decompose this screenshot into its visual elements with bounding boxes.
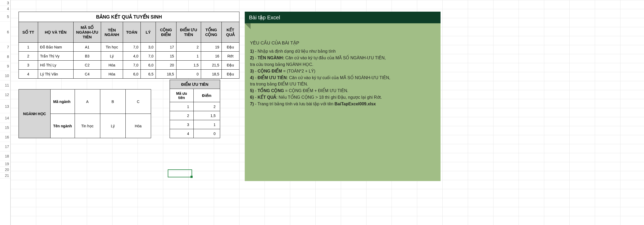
col-header[interactable]: MÃ SỐ NGÀNH-ƯU TIÊN	[74, 22, 101, 43]
cell[interactable]: 6,0	[123, 70, 140, 79]
row-label[interactable]: Mã ngành	[51, 89, 75, 114]
spreadsheet[interactable]: 3 4 5 6 7 8 9 10 11 12 13 14 15 16 17 18…	[0, 0, 644, 225]
row-header[interactable]: 12	[0, 90, 10, 100]
row-header[interactable]: 13	[0, 100, 10, 113]
cell[interactable]: 3	[170, 120, 193, 129]
row-header[interactable]: 16	[0, 132, 10, 142]
col-header[interactable]: HỌ VÀ TÊN	[38, 22, 74, 43]
row-header[interactable]: 20	[0, 167, 10, 173]
cell[interactable]: 0	[176, 70, 201, 79]
col-header[interactable]: ĐIỂM ƯU TIÊN	[176, 22, 201, 43]
cell[interactable]: 7,0	[123, 61, 140, 70]
row-header[interactable]: 8	[0, 52, 10, 61]
row-header[interactable]: 10	[0, 71, 10, 80]
table-row[interactable]: 3 Hồ Thị Ly C2 Hóa 7,0 6,0 20 1,5 21,5 Đ…	[19, 61, 239, 70]
table-row[interactable]: 2 Trần Thị Vy B3 Lý 4,0 7,0 15 1 16 Rớt	[19, 52, 239, 61]
col-header[interactable]: TOÁN	[123, 22, 140, 43]
col-header[interactable]: Điểm	[193, 89, 220, 102]
cell[interactable]: 2	[176, 43, 201, 52]
table-row[interactable]: 4 Lý Thị Vân C4 Hóa 6,0 6,5 18,5 0 18,5 …	[19, 70, 239, 79]
cell[interactable]: 4	[170, 129, 193, 138]
cell[interactable]: 16	[201, 52, 221, 61]
cell[interactable]: 2	[193, 102, 220, 111]
cell[interactable]: B	[100, 89, 125, 114]
cell[interactable]: Hóa	[101, 61, 123, 70]
cell[interactable]: 2	[19, 52, 38, 61]
uu-tien-table[interactable]: ĐIỂM ƯU TIÊN Mã ưu tiên Điểm 12 21,5 31 …	[170, 80, 220, 138]
row-header[interactable]: 7	[0, 42, 10, 52]
table-row[interactable]: 12	[170, 102, 220, 111]
col-header[interactable]: SỐ TT	[19, 22, 38, 43]
cell[interactable]: 1,5	[193, 111, 220, 120]
cell[interactable]: 1,5	[176, 61, 201, 70]
cell[interactable]: 6,0	[140, 61, 156, 70]
cell[interactable]: 3,0	[140, 43, 156, 52]
cell[interactable]: 4,0	[123, 52, 140, 61]
cell[interactable]: 4	[19, 70, 38, 79]
cell[interactable]: Hồ Thị Ly	[38, 61, 74, 70]
cell[interactable]: Đậu	[221, 70, 239, 79]
table-row[interactable]: 40	[170, 129, 220, 138]
cell[interactable]: Trần Thị Vy	[38, 52, 74, 61]
cell[interactable]: Hóa	[125, 114, 151, 138]
cell[interactable]: 21,5	[201, 61, 221, 70]
cell[interactable]: 1	[19, 43, 38, 52]
cell[interactable]: 19	[201, 43, 221, 52]
col-header[interactable]: CỘNG ĐIỂM	[156, 22, 176, 43]
col-header[interactable]: Mã ưu tiên	[170, 89, 193, 102]
cell[interactable]: B3	[74, 52, 101, 61]
cell[interactable]: Đậu	[221, 43, 239, 52]
cell[interactable]: 7,0	[123, 43, 140, 52]
cell[interactable]: 1	[170, 102, 193, 111]
grid-area[interactable]: BẢNG KẾT QUẢ TUYỂN SINH SỐ TT HỌ VÀ TÊN …	[11, 0, 644, 225]
row-header[interactable]: 19	[0, 161, 10, 167]
cell[interactable]: Hóa	[101, 70, 123, 79]
cell[interactable]: C	[125, 89, 151, 114]
col-header[interactable]: TÊN NGÀNH	[101, 22, 123, 43]
row-header[interactable]: 21	[0, 173, 10, 178]
cell[interactable]: C2	[74, 61, 101, 70]
row-header[interactable]: 4	[0, 6, 10, 12]
cell[interactable]: 0	[193, 129, 220, 138]
row-header[interactable]: 5	[0, 12, 10, 22]
cell[interactable]: Lý	[101, 52, 123, 61]
cell[interactable]: 20	[156, 61, 176, 70]
nganh-hoc-table[interactable]: NGÀNH HỌC Mã ngành A B C Tên ngành Tin h…	[19, 89, 151, 138]
cell[interactable]: Lý Thị Vân	[38, 70, 74, 79]
results-table[interactable]: BẢNG KẾT QUẢ TUYỂN SINH SỐ TT HỌ VÀ TÊN …	[19, 12, 239, 79]
cell[interactable]: 7,0	[140, 52, 156, 61]
cell[interactable]: C4	[74, 70, 101, 79]
row-header[interactable]: 14	[0, 113, 10, 123]
col-header[interactable]: TỔNG CỘNG	[201, 22, 221, 43]
cell[interactable]: A1	[74, 43, 101, 52]
cell[interactable]: Đỗ Bảo Nam	[38, 43, 74, 52]
row-header[interactable]: 6	[0, 22, 10, 42]
row-header[interactable]: 11	[0, 80, 10, 90]
cell[interactable]: 2	[170, 111, 193, 120]
cell[interactable]: Đậu	[221, 61, 239, 70]
col-header[interactable]: KẾT QUẢ	[221, 22, 239, 43]
row-header[interactable]: 9	[0, 61, 10, 71]
col-header[interactable]: LÝ	[140, 22, 156, 43]
cell[interactable]: Rớt	[221, 52, 239, 61]
cell[interactable]: 18,5	[156, 70, 176, 79]
cell[interactable]: Lý	[100, 114, 125, 138]
row-header[interactable]: 15	[0, 123, 10, 132]
table-row[interactable]: 21,5	[170, 111, 220, 120]
cell[interactable]: 3	[19, 61, 38, 70]
row-header[interactable]: 17	[0, 142, 10, 151]
cell[interactable]: Tin học	[75, 114, 100, 138]
row-header[interactable]: 18	[0, 151, 10, 161]
cell[interactable]: 1	[193, 120, 220, 129]
table-row[interactable]: 31	[170, 120, 220, 129]
cell[interactable]: 17	[156, 43, 176, 52]
cell[interactable]: 15	[156, 52, 176, 61]
row-header[interactable]: 3	[0, 0, 10, 6]
cell[interactable]: A	[75, 89, 100, 114]
cell[interactable]: 6,5	[140, 70, 156, 79]
table-row[interactable]: 1 Đỗ Bảo Nam A1 Tin học 7,0 3,0 17 2 19 …	[19, 43, 239, 52]
cell[interactable]: Tin học	[101, 43, 123, 52]
row-label[interactable]: Tên ngành	[51, 114, 75, 138]
cell[interactable]: 1	[176, 52, 201, 61]
cell[interactable]: 18,5	[201, 70, 221, 79]
